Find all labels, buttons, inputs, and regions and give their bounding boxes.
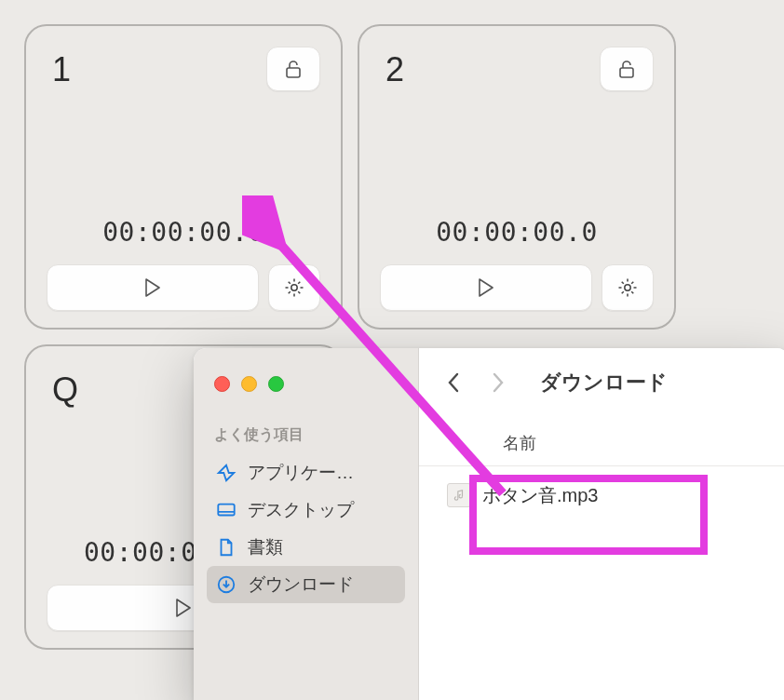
- unlock-icon: [615, 58, 638, 80]
- desktop-icon: [216, 500, 237, 520]
- svg-rect-2: [620, 68, 633, 77]
- minimize-window-button[interactable]: [241, 376, 257, 392]
- play-icon: [144, 278, 161, 297]
- play-button[interactable]: [47, 264, 259, 311]
- audio-file-icon: [447, 483, 471, 507]
- sidebar-item-label: アプリケー…: [248, 461, 354, 485]
- settings-button[interactable]: [268, 264, 320, 311]
- download-icon: [216, 574, 237, 595]
- pad-header: 2: [380, 47, 654, 91]
- finder-toolbar: ダウンロード: [419, 348, 784, 417]
- pad-label: 1: [47, 47, 71, 89]
- sidebar-item-applications[interactable]: アプリケー…: [207, 454, 405, 491]
- play-button[interactable]: [380, 264, 592, 311]
- sidebar-item-downloads[interactable]: ダウンロード: [207, 566, 405, 603]
- svg-rect-4: [218, 505, 234, 516]
- sidebar-item-label: ダウンロード: [248, 572, 354, 597]
- svg-rect-0: [287, 68, 300, 77]
- settings-button[interactable]: [602, 264, 654, 311]
- finder-title: ダウンロード: [540, 369, 668, 397]
- column-header-name[interactable]: 名前: [419, 417, 784, 466]
- pad-label: Q: [47, 367, 78, 410]
- finder-window: よく使う項目 アプリケー… デスクトップ 書類 ダウンロード: [194, 348, 784, 700]
- play-icon: [478, 278, 494, 297]
- maximize-window-button[interactable]: [268, 376, 284, 392]
- gear-icon: [616, 276, 639, 299]
- pad-header: 1: [47, 47, 320, 91]
- document-icon: [216, 537, 237, 558]
- lock-button[interactable]: [266, 47, 320, 91]
- pad-time: 00:00:00.0: [380, 217, 654, 248]
- unlock-icon: [282, 58, 304, 80]
- finder-content: ダウンロード 名前 ボタン音.mp3: [419, 348, 784, 700]
- sidebar-item-documents[interactable]: 書類: [207, 529, 405, 566]
- sidebar-item-desktop[interactable]: デスクトップ: [207, 491, 405, 529]
- gear-icon: [283, 276, 305, 299]
- file-row[interactable]: ボタン音.mp3: [432, 474, 780, 517]
- play-icon: [175, 599, 192, 617]
- finder-sidebar: よく使う項目 アプリケー… デスクトップ 書類 ダウンロード: [194, 348, 419, 700]
- close-window-button[interactable]: [214, 376, 230, 392]
- sidebar-item-label: 書類: [248, 535, 283, 559]
- pad-time: 00:00:00.0: [47, 217, 320, 248]
- sidebar-section-header: よく使う項目: [207, 425, 405, 454]
- sound-pad-1[interactable]: 1 00:00:00.0: [24, 24, 343, 330]
- lock-button[interactable]: [600, 47, 654, 91]
- forward-button[interactable]: [486, 371, 510, 394]
- pad-controls: [47, 264, 320, 311]
- file-name: ボタン音.mp3: [482, 483, 598, 508]
- pad-controls: [380, 264, 654, 311]
- window-controls: [207, 376, 405, 392]
- pad-label: 2: [380, 47, 404, 89]
- sidebar-item-label: デスクトップ: [248, 498, 354, 522]
- svg-point-3: [625, 285, 630, 290]
- svg-point-1: [291, 285, 297, 290]
- sound-pad-2[interactable]: 2 00:00:00.0: [358, 24, 676, 330]
- back-button[interactable]: [441, 371, 466, 394]
- applications-icon: [216, 463, 237, 483]
